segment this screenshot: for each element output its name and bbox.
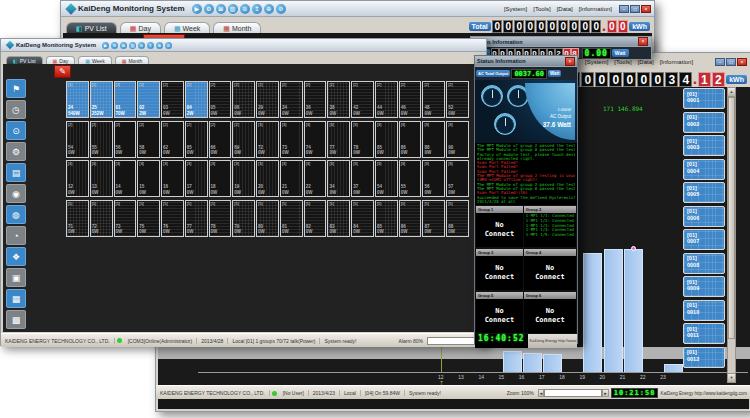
lock-icon[interactable]: ⊠ (216, 4, 226, 14)
pv-tile[interactable]: [2]0170W (114, 81, 137, 118)
pv-tile[interactable]: [2]460W (399, 81, 422, 118)
log-terminal[interactable]: The MPT Module of group 2 passed the tes… (475, 143, 577, 205)
menu-system[interactable]: [System] (504, 6, 527, 12)
power-icon[interactable]: ⊙ (6, 121, 26, 140)
pv-tile[interactable]: [5]750W (137, 200, 160, 237)
gear-icon[interactable]: ⚙ (111, 42, 118, 49)
pv-tile[interactable]: [2]440W (375, 81, 398, 118)
middle-window-titlebar[interactable]: KaiDeng Monitoring System ▶⚙⊠▥≋↥⊕⊘ (1, 39, 486, 52)
chart-bar[interactable] (664, 364, 683, 372)
pv-tile[interactable]: [5]880W (446, 200, 469, 237)
pie-icon[interactable]: ◔ (6, 226, 26, 245)
pv-tile[interactable]: [2]060W (232, 81, 255, 118)
pv-tile[interactable]: [1]25252W (90, 81, 113, 118)
layers-icon[interactable]: ≋ (240, 4, 250, 14)
pv-tile[interactable]: [5]860W (399, 200, 422, 237)
panel-icon[interactable]: ▥ (228, 4, 238, 14)
pv-tile[interactable]: [3]340W (327, 160, 350, 197)
pv-tile[interactable]: [2]030W (161, 81, 184, 118)
pv-tile[interactable]: [5]820W (304, 200, 327, 237)
pv-tile[interactable]: [5]840W (351, 200, 374, 237)
chart-bar[interactable] (503, 351, 522, 372)
network-icon[interactable]: ❖ (6, 247, 26, 266)
device-tile[interactable]: [01]0006 (683, 206, 725, 227)
pv-tile[interactable]: [5]770W (185, 200, 208, 237)
pv-tile[interactable]: [2]580W (137, 121, 160, 158)
pv-tile[interactable]: [3]850W (375, 121, 398, 158)
image-icon[interactable]: ▣ (6, 268, 26, 287)
play-icon[interactable]: ▶ (192, 4, 202, 14)
pv-tile[interactable]: [1]24540W (66, 81, 89, 118)
chart-bar[interactable] (624, 249, 643, 372)
pv-tile[interactable]: [3]900W (446, 121, 469, 158)
menu-information[interactable]: [Information] (660, 59, 693, 65)
pv-tile[interactable]: [3]720W (256, 121, 279, 158)
back-status-titlebar[interactable]: Status Information × (471, 37, 651, 47)
play-icon[interactable]: ▶ (102, 42, 109, 49)
pv-tile[interactable]: [2]480W (422, 81, 445, 118)
pv-tile[interactable]: [2]420W (351, 81, 374, 118)
image-icon[interactable]: ▦ (6, 289, 26, 308)
device-tile[interactable]: [01]0009 (683, 276, 725, 297)
pv-tile[interactable]: [3]770W (327, 121, 350, 158)
globe-icon[interactable]: ◍ (6, 205, 26, 224)
pv-tile[interactable]: [2]380W (327, 81, 350, 118)
pv-tile[interactable]: [5]850W (375, 200, 398, 237)
help-icon[interactable]: ⊘ (276, 4, 286, 14)
chart-bar[interactable] (523, 353, 542, 372)
edit-pen-button[interactable]: ✎ (54, 65, 71, 78)
pv-tile[interactable]: [3]180W (209, 160, 232, 197)
panel-icon[interactable]: ▥ (129, 42, 136, 49)
menu-tools[interactable]: [Tools] (533, 6, 550, 12)
pv-tile[interactable]: [3]190W (232, 160, 255, 197)
device-tile[interactable]: [01]0003 (683, 135, 725, 156)
close-icon[interactable]: × (565, 57, 575, 66)
pv-tile[interactable]: [3]140W (114, 160, 137, 197)
pv-tile[interactable]: [3]560W (422, 160, 445, 197)
pv-tile[interactable]: [5]810W (280, 200, 303, 237)
close-button[interactable]: × (641, 5, 651, 13)
pv-tile[interactable]: [5]720W (90, 200, 113, 237)
lock-icon[interactable]: ⊠ (120, 42, 127, 49)
pv-tile[interactable]: [3]880W (422, 121, 445, 158)
menu-data[interactable]: [Data] (557, 6, 573, 12)
layers-icon[interactable]: ≋ (138, 42, 145, 49)
device-tile[interactable]: [01]0011 (683, 323, 725, 344)
pv-tile[interactable]: [3]540W (375, 160, 398, 197)
pv-tile[interactable]: [2]550W (90, 121, 113, 158)
pv-tile[interactable]: [5]830W (327, 200, 350, 237)
pv-tile[interactable]: [2]022W (137, 81, 160, 118)
clock-icon[interactable]: ◷ (6, 100, 26, 119)
pv-tile[interactable]: [3]370W (351, 160, 374, 197)
pv-tile[interactable]: [3]160W (161, 160, 184, 197)
scrollbar-thumb[interactable] (728, 97, 735, 339)
chart-bar[interactable] (604, 249, 623, 372)
pv-tile[interactable]: [3]570W (446, 160, 469, 197)
close-icon[interactable]: × (638, 37, 648, 46)
pv-tile[interactable]: [2]520W (446, 81, 469, 118)
device-tile[interactable]: [01]0005 (683, 182, 725, 203)
pv-tile[interactable]: [3]130W (90, 160, 113, 197)
zoom-slider[interactable] (544, 389, 602, 397)
pin-icon[interactable]: ↥ (252, 4, 262, 14)
pv-tile[interactable]: [2]290W (256, 81, 279, 118)
pv-tile[interactable]: [2]650W (185, 121, 208, 158)
pv-tile[interactable]: [3]740W (304, 121, 327, 158)
zoom-in-icon[interactable]: ⊕ (264, 4, 274, 14)
chart-bar[interactable] (543, 354, 562, 372)
pv-tile[interactable]: [2]690W (232, 121, 255, 158)
gear-icon[interactable]: ⚙ (6, 142, 26, 161)
document-icon[interactable]: ▤ (6, 163, 26, 182)
pv-tile[interactable]: [5]800W (256, 200, 279, 237)
status-titlebar[interactable]: Status Information × (475, 56, 577, 67)
pv-tile[interactable]: [2]360W (304, 81, 327, 118)
pv-tile[interactable]: [2]042W (185, 81, 208, 118)
pv-tile[interactable]: [2]050W (209, 81, 232, 118)
device-tile[interactable]: [01]0010 (683, 300, 725, 321)
chart-bar[interactable] (583, 253, 602, 372)
pv-tile[interactable]: [3]150W (137, 160, 160, 197)
minimize-button[interactable]: – (715, 58, 725, 66)
scroll-down-icon[interactable]: ▼ (728, 373, 735, 382)
menu-system[interactable]: [System] (585, 59, 608, 65)
menu-information[interactable]: [Information] (579, 6, 612, 12)
